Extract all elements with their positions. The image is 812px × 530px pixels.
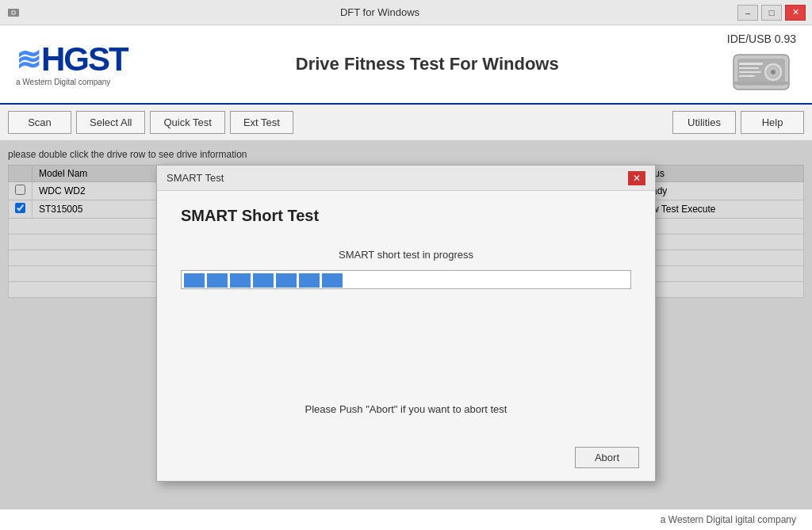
logo: ≋ HGST a Western Digital company: [16, 43, 128, 86]
progress-segment: [184, 273, 205, 288]
logo-area: ≋ HGST a Western Digital company: [16, 43, 128, 86]
smart-test-dialog: SMART Test ✕ SMART Short Test SMART shor…: [156, 165, 656, 482]
svg-rect-10: [739, 71, 761, 73]
footer-text: a Western Digital igital company: [661, 514, 796, 525]
dialog-footer: Abort: [157, 439, 655, 481]
dialog-titlebar: SMART Test ✕: [157, 166, 655, 191]
utilities-button[interactable]: Utilities: [672, 111, 736, 134]
progress-segment: [230, 273, 251, 288]
svg-rect-12: [733, 82, 789, 85]
progress-bar: [181, 270, 631, 289]
minimize-button[interactable]: –: [737, 5, 758, 21]
progress-segment: [322, 273, 343, 288]
svg-rect-11: [739, 75, 755, 77]
svg-rect-9: [739, 67, 759, 69]
select-all-button[interactable]: Select All: [76, 111, 145, 134]
title-bar: DFT for Windows – □ ✕: [0, 0, 812, 25]
content-area: please double click the drive row to see…: [0, 141, 812, 509]
window-controls: – □ ✕: [737, 5, 806, 21]
progress-segment: [276, 273, 297, 288]
header: ≋ HGST a Western Digital company Drive F…: [0, 25, 812, 105]
help-button[interactable]: Help: [741, 111, 804, 134]
dialog-body: SMART Short Test SMART short test in pro…: [157, 191, 655, 439]
hdd-image: [730, 48, 793, 96]
svg-point-2: [13, 11, 15, 13]
toolbar: Scan Select All Quick Test Ext Test Util…: [0, 105, 812, 141]
main-window: ≋ HGST a Western Digital company Drive F…: [0, 25, 812, 530]
maximize-button[interactable]: □: [761, 5, 782, 21]
close-button[interactable]: ✕: [785, 5, 806, 21]
footer-company: igital company: [735, 514, 796, 525]
window-title: DFT for Windows: [22, 6, 737, 18]
abort-button[interactable]: Abort: [575, 447, 639, 468]
svg-point-7: [771, 70, 776, 74]
app-title: Drive Fitness Test For Windows: [128, 54, 727, 74]
quick-test-button[interactable]: Quick Test: [150, 111, 224, 134]
scan-button[interactable]: Scan: [8, 111, 71, 134]
progress-label: SMART short test in progress: [181, 249, 631, 261]
header-center: Drive Fitness Test For Windows: [128, 54, 727, 74]
logo-sub: a Western Digital company: [16, 78, 128, 86]
footer: a Western Digital igital company: [0, 509, 812, 530]
dialog-title: SMART Test: [167, 172, 224, 184]
dialog-close-button[interactable]: ✕: [628, 171, 645, 185]
header-right: IDE/USB 0.93: [727, 32, 796, 96]
progress-segment: [253, 273, 274, 288]
progress-fill: [182, 271, 630, 288]
svg-rect-8: [739, 63, 763, 65]
progress-segment: [299, 273, 320, 288]
dialog-heading: SMART Short Test: [181, 207, 631, 225]
app-icon: [6, 5, 22, 21]
ext-test-button[interactable]: Ext Test: [230, 111, 293, 134]
abort-message: Please Push "Abort" if you want to abort…: [181, 403, 631, 415]
dialog-overlay: SMART Test ✕ SMART Short Test SMART shor…: [0, 141, 812, 509]
progress-segment: [207, 273, 228, 288]
logo-text: HGST: [41, 43, 128, 76]
version-label: IDE/USB 0.93: [727, 32, 796, 45]
